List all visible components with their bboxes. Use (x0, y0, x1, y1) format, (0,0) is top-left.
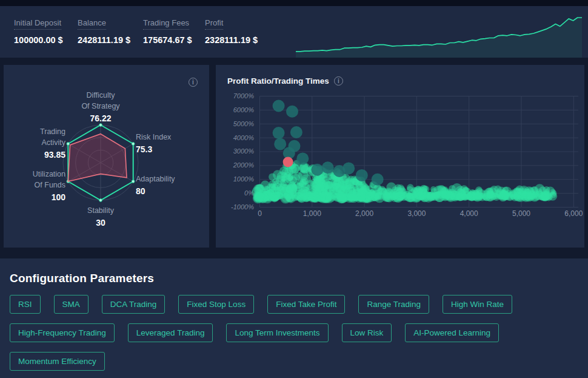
x-axis-tick: 2,000 (355, 209, 373, 218)
radar-axis-label: Adaptability (136, 174, 175, 184)
tag-fixed-stop-loss[interactable]: Fixed Stop Loss (178, 295, 254, 314)
tag-rsi[interactable]: RSI (10, 295, 41, 314)
scatter-highlight-point[interactable] (283, 157, 293, 167)
radar-axis-difficulty: Difficulty Of Strategy 76.22 (40, 90, 161, 124)
tag-row-1: RSI SMA DCA Trading Fixed Stop Loss Fixe… (10, 295, 578, 314)
y-axis-tick: 1000% (233, 175, 254, 183)
y-axis-tick: 6000% (233, 106, 254, 113)
radar-series-strategy (68, 134, 127, 181)
tag-high-win-rate[interactable]: High Win Rate (443, 295, 512, 314)
radar-axis-value: 80 (136, 186, 175, 197)
radar-axis-utilization: Utilization Of Funds 100 (8, 169, 65, 203)
stat-value-profit: 2328111.19 $ (205, 35, 258, 45)
y-axis-tick: 5000% (233, 120, 254, 127)
radar-axis-trading-activity: Trading Activity 93.85 (8, 126, 65, 161)
tag-momentum-efficiency[interactable]: Momentum Efficiency (10, 352, 105, 371)
radar-axis-label: Trading (8, 126, 65, 137)
stat-balance: Balance 2428111.19 $ (78, 17, 130, 45)
x-axis-tick: 6,000 (564, 209, 583, 218)
configuration-parameters-section: Configuration Parameters RSI SMA DCA Tra… (0, 258, 588, 378)
radar-axis-value: 100 (8, 192, 65, 203)
account-stats: Initial Deposit 100000.00 $ Balance 2428… (14, 17, 271, 45)
y-axis-tick: -1000% (231, 203, 254, 211)
stat-value-initial-deposit: 100000.00 $ (14, 35, 65, 45)
stat-profit: Profit 2328111.19 $ (205, 17, 258, 45)
scatter-point-cloud (252, 160, 557, 204)
radar-axis-value: 76.22 (40, 113, 161, 124)
y-axis-tick: 2000% (233, 161, 254, 169)
x-axis-tick: 1,000 (303, 209, 321, 218)
stat-initial-deposit: Initial Deposit 100000.00 $ (14, 17, 65, 45)
radar-axis-value: 30 (52, 217, 149, 229)
radar-axis-stability: Stability 30 (52, 205, 149, 229)
radar-axis-risk-index: Risk Index 75.3 (136, 132, 171, 155)
balance-sparkline-chart (296, 14, 582, 58)
stat-trading-fees: Trading Fees 175674.67 $ (143, 17, 192, 45)
stat-value-balance: 2428111.19 $ (78, 35, 130, 45)
profit-ratio-scatter-chart: 7000%6000%5000%4000%3000%2000%1000%0%-10… (216, 65, 584, 248)
radar-axis-label: Of Funds (8, 180, 65, 191)
radar-axis-value: 93.85 (8, 149, 65, 161)
radar-axis-label: Utilization (8, 169, 65, 180)
stat-label-balance[interactable]: Balance (78, 18, 106, 30)
radar-axis-value: 75.3 (136, 144, 171, 155)
x-axis-tick: 4,000 (460, 209, 478, 218)
tag-leveraged-trading[interactable]: Leveraged Trading (128, 323, 213, 342)
radar-axis-label: Stability (52, 205, 149, 216)
tag-low-risk[interactable]: Low Risk (342, 323, 392, 342)
profit-ratio-panel: Profit Ratio/Trading Times i 7000%6000%5… (216, 65, 584, 248)
configuration-parameters-title: Configuration Parameters (10, 272, 578, 285)
radar-axis-label: Of Strategy (40, 101, 161, 112)
stat-label-trading-fees[interactable]: Trading Fees (143, 18, 189, 30)
tag-long-term-investments[interactable]: Long Term Investments (226, 323, 328, 342)
tag-high-frequency-trading[interactable]: High-Frequency Trading (10, 323, 115, 342)
radar-axis-label: Activity (8, 137, 65, 148)
tag-fixed-take-profit[interactable]: Fixed Take Profit (267, 295, 345, 314)
tag-dca-trading[interactable]: DCA Trading (102, 295, 165, 314)
x-axis-tick: 5,000 (512, 209, 530, 218)
y-axis-tick: 7000% (233, 92, 254, 100)
radar-axis-label: Risk Index (136, 132, 171, 143)
tag-row-3: Momentum Efficiency (10, 352, 578, 371)
tag-range-trading[interactable]: Range Trading (358, 295, 429, 314)
radar-axis-label: Difficulty (40, 90, 161, 101)
tag-row-2: High-Frequency Trading Leveraged Trading… (10, 323, 578, 342)
tag-ai-powered-learning[interactable]: AI-Powered Learning (405, 323, 499, 342)
window-top-strip (0, 0, 588, 6)
x-axis-tick: 0 (258, 209, 262, 218)
strategy-radar-panel: i Difficulty Of Strategy 76.22 Risk Inde… (4, 65, 209, 248)
tag-sma[interactable]: SMA (54, 295, 89, 314)
radar-info-icon[interactable]: i (189, 78, 198, 87)
radar-axis-adaptability: Adaptability 80 (136, 174, 175, 197)
y-axis-tick: 4000% (233, 134, 254, 141)
account-summary-bar: Initial Deposit 100000.00 $ Balance 2428… (0, 6, 588, 58)
stat-label-profit[interactable]: Profit (205, 18, 223, 30)
stat-value-trading-fees: 175674.67 $ (143, 35, 192, 45)
stat-label-initial-deposit[interactable]: Initial Deposit (14, 18, 61, 30)
x-axis-tick: 3,000 (407, 209, 426, 218)
y-axis-tick: 3000% (233, 147, 254, 155)
